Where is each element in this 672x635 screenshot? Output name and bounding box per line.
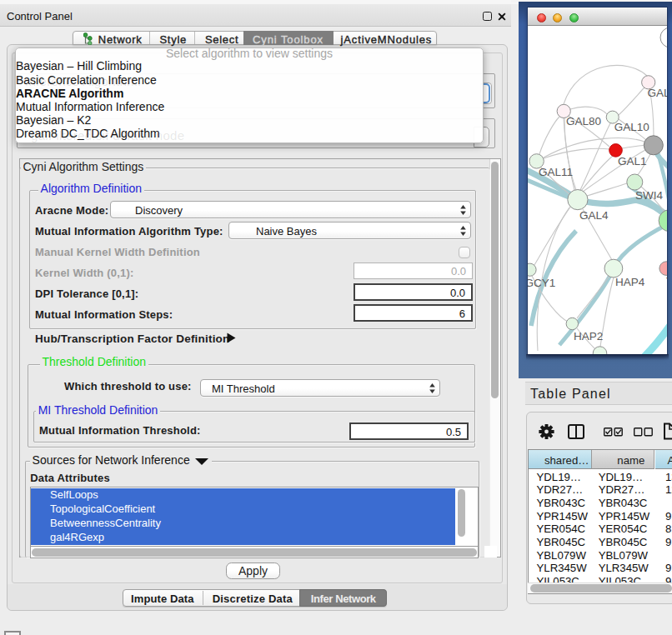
- svg-text:HAP2: HAP2: [574, 330, 603, 342]
- svg-text:GAL80: GAL80: [566, 115, 601, 128]
- svg-text:GAL4: GAL4: [579, 209, 609, 222]
- svg-text:GAL10: GAL10: [614, 121, 649, 133]
- svg-text:Y: Y: [666, 275, 667, 288]
- svg-text:SWI4: SWI4: [635, 189, 663, 202]
- svg-text:GCY1: GCY1: [528, 277, 555, 289]
- svg-text:GAL1: GAL1: [618, 155, 647, 168]
- svg-text:GAL11: GAL11: [539, 166, 573, 178]
- svg-text:HAP4: HAP4: [615, 276, 645, 288]
- svg-text:GAL7: GAL7: [648, 87, 667, 99]
